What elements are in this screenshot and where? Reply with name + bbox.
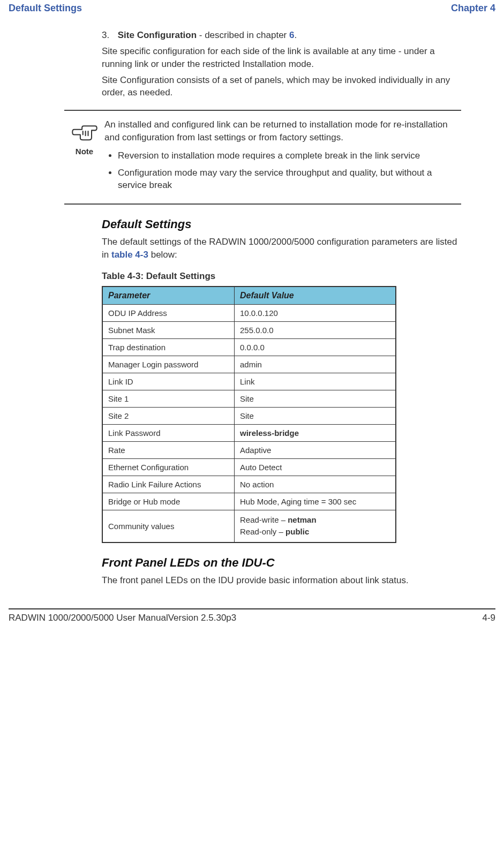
table-row: Ethernet ConfigurationAuto Detect (102, 458, 396, 476)
table-reference[interactable]: table 4-3 (111, 250, 148, 260)
note-label: Note (64, 147, 104, 156)
footer-manual-version: RADWIN 1000/2000/5000 User ManualVersion… (9, 613, 236, 623)
footer-page-number: 4-9 (482, 613, 495, 623)
leds-para: The front panel LEDs on the IDU provide … (102, 574, 461, 587)
header-chapter: Chapter 4 (451, 3, 495, 14)
cell-param: Manager Login password (102, 356, 235, 373)
content-area: 3. Site Configuration - described in cha… (0, 30, 504, 587)
note-block: Note An installed and configured link ca… (64, 110, 461, 205)
table-row: Site 2Site (102, 407, 396, 424)
cell-value: 255.0.0.0 (235, 321, 396, 338)
cv-line2b: public (285, 527, 309, 536)
cell-value: Hub Mode, Aging time = 300 sec (235, 493, 396, 510)
cell-value: Site (235, 390, 396, 407)
cell-param: Subnet Mask (102, 321, 235, 338)
ds-text2: below: (148, 250, 177, 260)
cell-param: Site 2 (102, 407, 235, 424)
list-item-3: 3. Site Configuration - described in cha… (102, 30, 461, 41)
cell-param: Bridge or Hub mode (102, 493, 235, 510)
list-text: - described in chapter (197, 30, 289, 40)
section-heading-default-settings: Default Settings (102, 217, 461, 231)
page-footer: RADWIN 1000/2000/5000 User ManualVersion… (9, 608, 495, 634)
table-row: Community values Read-write – netman Rea… (102, 510, 396, 542)
table-row: Bridge or Hub modeHub Mode, Aging time =… (102, 493, 396, 510)
default-settings-para: The default settings of the RADWIN 1000/… (102, 236, 461, 261)
default-settings-table: Parameter Default Value ODU IP Address10… (102, 286, 396, 543)
list-end: . (294, 30, 297, 40)
table-row: Link IDLink (102, 373, 396, 390)
table-row: ODU IP Address10.0.0.120 (102, 304, 396, 321)
table-header-row: Parameter Default Value (102, 287, 396, 305)
table-row: Link Passwordwireless-bridge (102, 424, 396, 441)
cell-param: Link ID (102, 373, 235, 390)
note-icon-wrap: Note (64, 120, 104, 156)
table-row: RateAdaptive (102, 441, 396, 458)
cv-line2a: Read-only – (240, 527, 285, 536)
table-header-value: Default Value (235, 287, 396, 305)
header-section-title: Default Settings (9, 3, 82, 14)
table-row: Site 1Site (102, 390, 396, 407)
cell-value: Read-write – netman Read-only – public (235, 510, 396, 542)
cell-param: Radio Link Failure Actions (102, 476, 235, 493)
paragraph-site-config-2: Site Configuration consists of a set of … (102, 74, 461, 100)
cell-param: Trap destination (102, 338, 235, 356)
cell-value: Auto Detect (235, 458, 396, 476)
cell-value: 10.0.0.120 (235, 304, 396, 321)
cell-param: Community values (102, 510, 235, 542)
cell-param: Link Password (102, 424, 235, 441)
cell-value: Site (235, 407, 396, 424)
note-bullet: Configuration mode may vary the service … (118, 167, 456, 192)
section-heading-leds: Front Panel LEDs on the IDU-C (102, 556, 461, 570)
table-row: Manager Login passwordadmin (102, 356, 396, 373)
cell-value: wireless-bridge (235, 424, 396, 441)
page-header: Default Settings Chapter 4 (0, 0, 504, 14)
cv-line1b: netman (288, 515, 316, 524)
note-bullet-list: Reversion to installation mode requires … (104, 149, 456, 192)
cell-param: Ethernet Configuration (102, 458, 235, 476)
cell-value: admin (235, 356, 396, 373)
paragraph-site-config-1: Site specific configuration for each sid… (102, 45, 461, 71)
note-text: An installed and configured link can be … (104, 118, 461, 196)
cell-value: No action (235, 476, 396, 493)
cell-param: Site 1 (102, 390, 235, 407)
cell-param: ODU IP Address (102, 304, 235, 321)
note-bullet: Reversion to installation mode requires … (118, 149, 456, 162)
note-intro: An installed and configured link can be … (104, 118, 456, 144)
cell-value: Adaptive (235, 441, 396, 458)
table-row: Trap destination0.0.0.0 (102, 338, 396, 356)
table-caption: Table 4-3: Default Settings (102, 271, 461, 282)
table-row: Radio Link Failure ActionsNo action (102, 476, 396, 493)
cell-value: 0.0.0.0 (235, 338, 396, 356)
cell-value: Link (235, 373, 396, 390)
list-number: 3. (102, 30, 115, 41)
table-header-parameter: Parameter (102, 287, 235, 305)
cell-param: Rate (102, 441, 235, 458)
list-bold-term: Site Configuration (118, 30, 197, 40)
cv-line1a: Read-write – (240, 515, 288, 524)
table-row: Subnet Mask255.0.0.0 (102, 321, 396, 338)
pointing-hand-icon (71, 134, 99, 144)
